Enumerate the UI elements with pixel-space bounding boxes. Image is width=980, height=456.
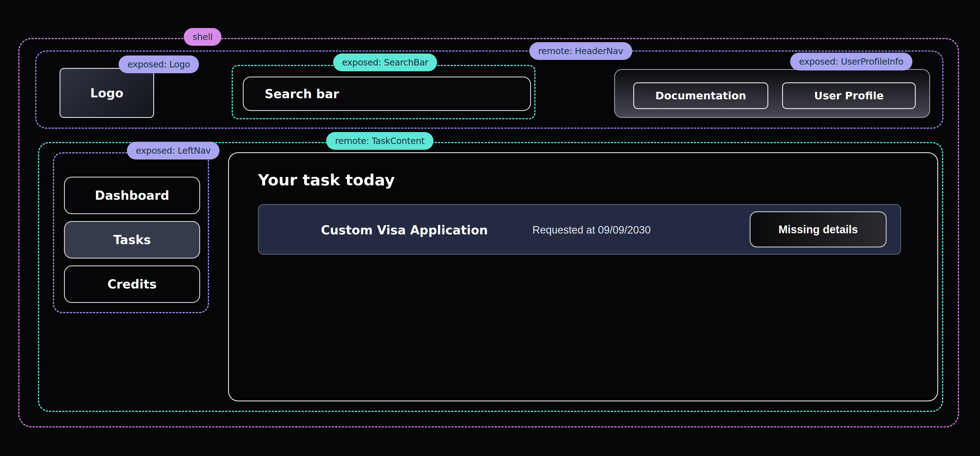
- sidebar-item-credits[interactable]: Credits: [64, 265, 200, 303]
- user-profile-button-label: User Profile: [814, 89, 884, 102]
- logo-label: Logo: [90, 86, 124, 100]
- exposed-logo-badge: exposed: Logo: [119, 56, 199, 73]
- shell-badge: shell: [184, 28, 221, 46]
- microfrontend-diagram: Logo Search bar Documentation User Profi…: [0, 0, 980, 456]
- documentation-button-label: Documentation: [655, 89, 746, 102]
- logo-box[interactable]: Logo: [60, 68, 154, 118]
- task-content-container: Dashboard Tasks Credits Your task today …: [38, 142, 943, 412]
- exposed-leftnav-badge: exposed: LeftNav: [127, 142, 220, 159]
- task-title: Custom Visa Application: [321, 205, 488, 255]
- missing-details-button-label: Missing details: [778, 223, 858, 236]
- sidebar-item-label: Dashboard: [95, 188, 169, 202]
- sidebar-item-tasks[interactable]: Tasks: [64, 221, 200, 258]
- remote-headernav-badge: remote: HeaderNav: [529, 42, 632, 60]
- sidebar-item-dashboard[interactable]: Dashboard: [64, 177, 200, 214]
- sidebar-item-label: Tasks: [113, 233, 151, 247]
- exposed-searchbar-badge: exposed: SearchBar: [333, 54, 437, 71]
- search-input-label: Search bar: [265, 87, 339, 101]
- shell-container: Logo Search bar Documentation User Profi…: [18, 38, 959, 427]
- exposed-userprofileinfo-badge: exposed: UserProfileInfo: [790, 53, 912, 70]
- left-nav-container: Dashboard Tasks Credits: [53, 152, 209, 313]
- missing-details-button[interactable]: Missing details: [750, 211, 886, 247]
- remote-taskcontent-badge: remote: TaskContent: [326, 132, 433, 150]
- content-panel: Your task today Custom Visa Application …: [228, 152, 938, 401]
- task-row[interactable]: Custom Visa Application Requested at 09/…: [258, 204, 901, 255]
- user-profile-button[interactable]: User Profile: [782, 82, 916, 109]
- user-profile-panel: Documentation User Profile: [614, 69, 930, 118]
- searchbar-module-outline: Search bar: [232, 65, 535, 119]
- page-title: Your task today: [258, 171, 395, 189]
- search-input[interactable]: Search bar: [243, 77, 531, 111]
- documentation-button[interactable]: Documentation: [633, 82, 768, 109]
- sidebar-item-label: Credits: [108, 277, 157, 291]
- task-requested-date: Requested at 09/09/2030: [532, 205, 651, 255]
